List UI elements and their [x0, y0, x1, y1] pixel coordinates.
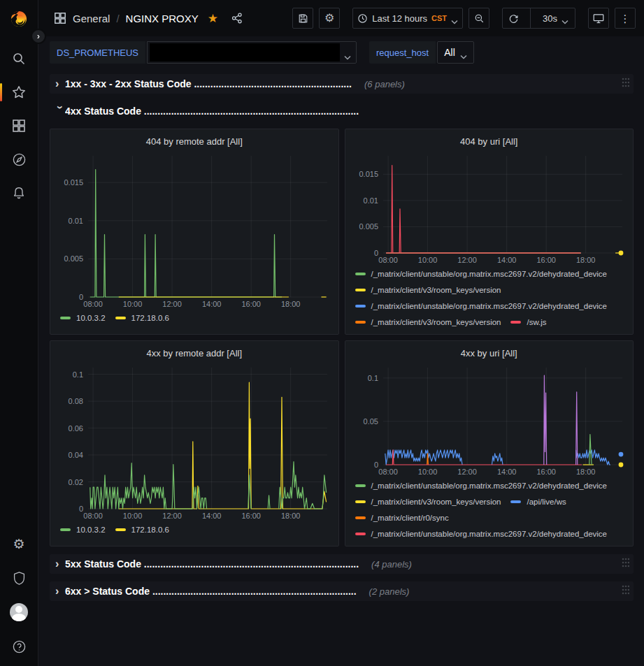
request-host-label[interactable]: request_host: [369, 41, 436, 64]
datasource-variable: DS_PROMETHEUS: [50, 41, 357, 64]
legend-item[interactable]: 10.0.3.2: [60, 313, 106, 323]
dashboard-settings-button[interactable]: ⚙: [319, 8, 340, 29]
legend-item[interactable]: 172.18.0.6: [115, 525, 169, 535]
page-title[interactable]: NGINX PROXY: [126, 13, 199, 24]
panel-404-by-uri: 404 by uri [All] 08:0010:0012:0014:0016:…: [345, 129, 634, 335]
chart-plot[interactable]: 08:0010:0012:0014:0016:0018:0000.020.040…: [56, 362, 333, 521]
sidebar-item-dashboards[interactable]: [5, 116, 33, 136]
panel-title[interactable]: 404 by remote addr [All]: [56, 133, 333, 150]
legend-swatch: [115, 317, 126, 319]
svg-text:0.015: 0.015: [64, 178, 83, 187]
panel-title[interactable]: 4xx by remote addr [All]: [56, 345, 333, 362]
chart-plot[interactable]: 08:0010:0012:0014:0016:0018:0000.0050.01…: [351, 150, 628, 266]
chevron-down-icon: ›: [54, 106, 66, 115]
row-title: 1xx - 3xx - 2xx Status Code ............…: [65, 78, 352, 89]
search-icon[interactable]: [5, 49, 33, 68]
svg-text:0.01: 0.01: [69, 217, 83, 225]
timezone-label: CST: [431, 14, 447, 22]
svg-text:16:00: 16:00: [241, 300, 261, 308]
legend-item[interactable]: 10.0.3.2: [60, 525, 106, 535]
legend-item[interactable]: /_matrix/client/unstable/org.matrix.msc2…: [355, 269, 608, 279]
legend-item[interactable]: /api/live/ws: [510, 497, 566, 507]
chevron-right-icon: ›: [55, 558, 65, 570]
svg-text:0.08: 0.08: [69, 397, 83, 405]
legend-label: /_matrix/client/v3/room_keys/version: [371, 318, 501, 326]
panel-grid: 404 by remote addr [All] 08:0010:0012:00…: [50, 129, 634, 546]
drag-handle-icon[interactable]: [622, 78, 629, 90]
row-panel-count: (6 panels): [364, 79, 405, 89]
row-5xx[interactable]: › 5xx Status Code ......................…: [50, 554, 634, 574]
row-1xx-3xx-2xx[interactable]: › 1xx - 3xx - 2xx Status Code ..........…: [50, 74, 634, 94]
dashboard-canvas: › 1xx - 3xx - 2xx Status Code ..........…: [38, 68, 644, 601]
chevron-down-icon: [451, 16, 458, 21]
panel-title[interactable]: 404 by uri [All]: [351, 133, 628, 150]
legend-label: /_matrix/client/unstable/org.matrix.msc2…: [371, 530, 608, 538]
legend-item[interactable]: /_matrix/client/unstable/org.matrix.msc2…: [355, 301, 608, 311]
legend-swatch: [355, 305, 366, 307]
sidebar-item-starred[interactable]: [5, 82, 33, 102]
drag-handle-icon[interactable]: [622, 585, 629, 598]
legend-swatch: [355, 289, 366, 291]
legend-label: /sw.js: [527, 318, 546, 326]
svg-text:0.005: 0.005: [359, 222, 378, 231]
row-6xx[interactable]: › 6xx > Status Code ....................…: [50, 581, 634, 601]
sidebar-item-server-admin[interactable]: [5, 568, 33, 588]
more-options-button[interactable]: ⋮: [615, 8, 636, 29]
legend-item[interactable]: /_matrix/client/v3/room_keys/version: [355, 497, 501, 507]
refresh-interval-label: 30s: [543, 13, 557, 24]
panel-title[interactable]: 4xx by uri [All]: [351, 345, 628, 362]
legend-item[interactable]: 172.18.0.6: [115, 313, 169, 323]
refresh-button-group[interactable]: 30s: [502, 8, 575, 29]
breadcrumb-folder[interactable]: General: [73, 13, 110, 24]
cycle-view-mode-button[interactable]: [588, 8, 609, 29]
sidebar-item-alerting[interactable]: [5, 183, 33, 203]
legend-item[interactable]: /_matrix/client/unstable/org.matrix.msc2…: [355, 529, 608, 539]
legend-swatch: [115, 528, 126, 531]
sidebar-item-configuration[interactable]: ⚙: [5, 534, 33, 553]
legend-item[interactable]: /_matrix/client/v3/room_keys/version: [355, 285, 501, 295]
legend-item[interactable]: /_matrix/client/r0/sync: [355, 513, 449, 523]
chart-plot[interactable]: 08:0010:0012:0014:0016:0018:0000.0050.01…: [56, 150, 333, 310]
legend-item[interactable]: /sw.js: [510, 317, 546, 327]
drag-handle-icon[interactable]: [622, 558, 629, 570]
refresh-interval-select[interactable]: 30s: [536, 13, 575, 24]
sidebar-item-explore[interactable]: [5, 150, 33, 169]
sidebar-expand-button[interactable]: ›: [31, 29, 46, 44]
legend-label: /_matrix/client/v3/room_keys/version: [371, 286, 501, 294]
svg-text:10:00: 10:00: [417, 468, 437, 476]
legend-item[interactable]: /_matrix/client/v3/room_keys/version: [355, 317, 501, 327]
datasource-select[interactable]: [147, 41, 357, 64]
zoom-out-button[interactable]: [468, 8, 489, 29]
sidebar-item-profile[interactable]: [5, 602, 33, 622]
star-icon[interactable]: ★: [208, 13, 218, 24]
svg-text:0.05: 0.05: [363, 417, 378, 426]
datasource-label[interactable]: DS_PROMETHEUS: [50, 41, 145, 64]
svg-text:12:00: 12:00: [162, 300, 182, 308]
chart-plot[interactable]: 08:0010:0012:0014:0016:0018:0000.050.1: [351, 362, 628, 477]
refresh-icon[interactable]: [503, 13, 524, 24]
legend-swatch: [355, 321, 366, 324]
chart-svg: 08:0010:0012:0014:0016:0018:0000.0050.01…: [56, 150, 333, 310]
svg-text:18:00: 18:00: [575, 468, 595, 476]
row-4xx[interactable]: › 4xx Status Code ......................…: [50, 101, 634, 121]
legend-item[interactable]: /_matrix/client/unstable/org.matrix.msc2…: [355, 481, 608, 491]
grafana-logo[interactable]: [8, 8, 29, 29]
sidebar-item-help[interactable]: [5, 637, 33, 656]
legend-label: 10.0.3.2: [76, 526, 106, 534]
save-dashboard-button[interactable]: [292, 8, 313, 29]
svg-text:10:00: 10:00: [417, 256, 437, 264]
chart-legend: /_matrix/client/unstable/org.matrix.msc2…: [351, 266, 628, 330]
svg-text:08:00: 08:00: [83, 300, 103, 308]
breadcrumb: General / NGINX PROXY ★: [54, 12, 287, 24]
time-range-label: Last 12 hours: [372, 13, 427, 24]
legend-swatch: [510, 500, 521, 503]
chart-legend: 10.0.3.2172.18.0.6: [56, 310, 333, 330]
request-host-select[interactable]: All: [437, 41, 474, 64]
svg-text:16:00: 16:00: [241, 512, 261, 520]
share-icon[interactable]: [231, 13, 243, 24]
shield-icon: [13, 571, 26, 586]
kebab-menu-icon: ⋮: [620, 13, 631, 24]
svg-text:18:00: 18:00: [575, 256, 595, 264]
svg-text:0: 0: [79, 505, 83, 513]
time-range-picker[interactable]: Last 12 hours CST: [352, 8, 463, 29]
